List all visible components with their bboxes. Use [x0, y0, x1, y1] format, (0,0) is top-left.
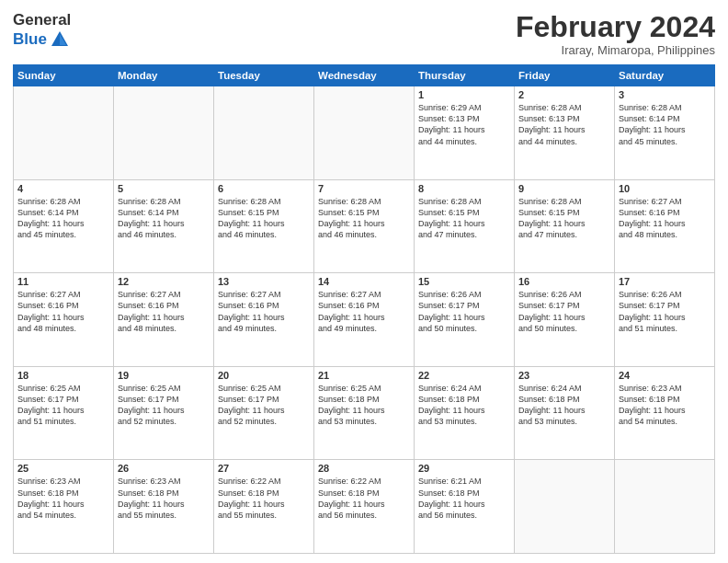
day-info: Sunrise: 6:28 AM Sunset: 6:14 PM Dayligh… — [17, 196, 109, 241]
calendar-cell: 24Sunrise: 6:23 AM Sunset: 6:18 PM Dayli… — [615, 366, 715, 460]
logo-general: General — [13, 11, 71, 29]
day-info: Sunrise: 6:25 AM Sunset: 6:17 PM Dayligh… — [17, 383, 109, 428]
day-info: Sunrise: 6:28 AM Sunset: 6:15 PM Dayligh… — [318, 196, 410, 241]
calendar-cell: 8Sunrise: 6:28 AM Sunset: 6:15 PM Daylig… — [415, 179, 515, 273]
calendar-cell — [14, 86, 114, 180]
day-info: Sunrise: 6:28 AM Sunset: 6:13 PM Dayligh… — [518, 102, 610, 147]
calendar-week-row: 1Sunrise: 6:29 AM Sunset: 6:13 PM Daylig… — [14, 86, 715, 180]
day-number: 15 — [418, 276, 510, 287]
day-number: 21 — [318, 370, 410, 381]
calendar-cell: 20Sunrise: 6:25 AM Sunset: 6:17 PM Dayli… — [214, 366, 314, 460]
weekday-header: Sunday — [14, 65, 114, 86]
calendar-cell: 29Sunrise: 6:21 AM Sunset: 6:18 PM Dayli… — [415, 460, 515, 554]
day-info: Sunrise: 6:23 AM Sunset: 6:18 PM Dayligh… — [619, 383, 711, 428]
day-number: 2 — [518, 89, 610, 100]
day-number: 13 — [218, 276, 310, 287]
day-number: 29 — [418, 463, 510, 474]
day-number: 28 — [318, 463, 410, 474]
day-info: Sunrise: 6:21 AM Sunset: 6:18 PM Dayligh… — [418, 476, 510, 521]
calendar-cell — [515, 460, 615, 554]
day-info: Sunrise: 6:27 AM Sunset: 6:16 PM Dayligh… — [218, 289, 310, 334]
day-number: 23 — [518, 370, 610, 381]
logo: General Blue — [13, 11, 71, 50]
calendar-cell: 6Sunrise: 6:28 AM Sunset: 6:15 PM Daylig… — [214, 179, 314, 273]
calendar-cell: 5Sunrise: 6:28 AM Sunset: 6:14 PM Daylig… — [114, 179, 214, 273]
day-info: Sunrise: 6:22 AM Sunset: 6:18 PM Dayligh… — [318, 476, 410, 521]
day-number: 16 — [518, 276, 610, 287]
calendar-cell: 17Sunrise: 6:26 AM Sunset: 6:17 PM Dayli… — [615, 273, 715, 367]
day-number: 20 — [218, 370, 310, 381]
title-block: February 2024 Iraray, Mimaropa, Philippi… — [516, 11, 715, 57]
page: General Blue February 2024 Iraray, Mimar… — [0, 0, 728, 563]
day-info: Sunrise: 6:23 AM Sunset: 6:18 PM Dayligh… — [118, 476, 210, 521]
weekday-header: Saturday — [615, 65, 715, 86]
calendar-cell — [615, 460, 715, 554]
weekday-header: Tuesday — [214, 65, 314, 86]
header: General Blue February 2024 Iraray, Mimar… — [13, 11, 715, 57]
calendar-cell: 14Sunrise: 6:27 AM Sunset: 6:16 PM Dayli… — [314, 273, 415, 367]
day-info: Sunrise: 6:24 AM Sunset: 6:18 PM Dayligh… — [518, 383, 610, 428]
main-title: February 2024 — [516, 11, 715, 43]
day-number: 18 — [17, 370, 109, 381]
calendar-cell: 12Sunrise: 6:27 AM Sunset: 6:16 PM Dayli… — [114, 273, 214, 367]
day-info: Sunrise: 6:26 AM Sunset: 6:17 PM Dayligh… — [418, 289, 510, 334]
day-info: Sunrise: 6:27 AM Sunset: 6:16 PM Dayligh… — [118, 289, 210, 334]
day-number: 24 — [619, 370, 711, 381]
day-info: Sunrise: 6:22 AM Sunset: 6:18 PM Dayligh… — [218, 476, 310, 521]
weekday-header: Thursday — [415, 65, 515, 86]
calendar-cell: 18Sunrise: 6:25 AM Sunset: 6:17 PM Dayli… — [14, 366, 114, 460]
day-number: 1 — [418, 89, 510, 100]
calendar-week-row: 18Sunrise: 6:25 AM Sunset: 6:17 PM Dayli… — [14, 366, 715, 460]
calendar-cell — [214, 86, 314, 180]
calendar-cell: 23Sunrise: 6:24 AM Sunset: 6:18 PM Dayli… — [515, 366, 615, 460]
day-number: 19 — [118, 370, 210, 381]
day-info: Sunrise: 6:23 AM Sunset: 6:18 PM Dayligh… — [17, 476, 109, 521]
weekday-header: Wednesday — [314, 65, 415, 86]
calendar-cell: 7Sunrise: 6:28 AM Sunset: 6:15 PM Daylig… — [314, 179, 415, 273]
day-info: Sunrise: 6:28 AM Sunset: 6:15 PM Dayligh… — [518, 196, 610, 241]
day-info: Sunrise: 6:27 AM Sunset: 6:16 PM Dayligh… — [318, 289, 410, 334]
calendar-week-row: 11Sunrise: 6:27 AM Sunset: 6:16 PM Dayli… — [14, 273, 715, 367]
day-info: Sunrise: 6:29 AM Sunset: 6:13 PM Dayligh… — [418, 102, 510, 147]
calendar-cell: 1Sunrise: 6:29 AM Sunset: 6:13 PM Daylig… — [415, 86, 515, 180]
calendar-cell: 4Sunrise: 6:28 AM Sunset: 6:14 PM Daylig… — [14, 179, 114, 273]
logo-icon — [50, 29, 70, 50]
day-info: Sunrise: 6:25 AM Sunset: 6:17 PM Dayligh… — [218, 383, 310, 428]
day-number: 6 — [218, 183, 310, 194]
day-number: 8 — [418, 183, 510, 194]
day-info: Sunrise: 6:28 AM Sunset: 6:15 PM Dayligh… — [418, 196, 510, 241]
calendar-cell: 9Sunrise: 6:28 AM Sunset: 6:15 PM Daylig… — [515, 179, 615, 273]
day-info: Sunrise: 6:28 AM Sunset: 6:15 PM Dayligh… — [218, 196, 310, 241]
day-number: 10 — [619, 183, 711, 194]
weekday-header: Friday — [515, 65, 615, 86]
calendar-cell: 2Sunrise: 6:28 AM Sunset: 6:13 PM Daylig… — [515, 86, 615, 180]
calendar-cell: 16Sunrise: 6:26 AM Sunset: 6:17 PM Dayli… — [515, 273, 615, 367]
day-info: Sunrise: 6:25 AM Sunset: 6:18 PM Dayligh… — [318, 383, 410, 428]
calendar-cell: 21Sunrise: 6:25 AM Sunset: 6:18 PM Dayli… — [314, 366, 415, 460]
calendar-cell: 26Sunrise: 6:23 AM Sunset: 6:18 PM Dayli… — [114, 460, 214, 554]
day-number: 4 — [17, 183, 109, 194]
calendar-cell: 13Sunrise: 6:27 AM Sunset: 6:16 PM Dayli… — [214, 273, 314, 367]
day-info: Sunrise: 6:24 AM Sunset: 6:18 PM Dayligh… — [418, 383, 510, 428]
calendar-table: SundayMondayTuesdayWednesdayThursdayFrid… — [13, 64, 715, 554]
day-info: Sunrise: 6:26 AM Sunset: 6:17 PM Dayligh… — [518, 289, 610, 334]
day-info: Sunrise: 6:25 AM Sunset: 6:17 PM Dayligh… — [118, 383, 210, 428]
calendar-cell — [314, 86, 415, 180]
calendar-week-row: 25Sunrise: 6:23 AM Sunset: 6:18 PM Dayli… — [14, 460, 715, 554]
day-number: 9 — [518, 183, 610, 194]
day-number: 27 — [218, 463, 310, 474]
day-number: 22 — [418, 370, 510, 381]
weekday-header: Monday — [114, 65, 214, 86]
calendar-cell: 22Sunrise: 6:24 AM Sunset: 6:18 PM Dayli… — [415, 366, 515, 460]
day-info: Sunrise: 6:28 AM Sunset: 6:14 PM Dayligh… — [118, 196, 210, 241]
calendar-cell: 25Sunrise: 6:23 AM Sunset: 6:18 PM Dayli… — [14, 460, 114, 554]
calendar-cell — [114, 86, 214, 180]
day-info: Sunrise: 6:28 AM Sunset: 6:14 PM Dayligh… — [619, 102, 711, 147]
subtitle: Iraray, Mimaropa, Philippines — [516, 43, 715, 57]
calendar-cell: 15Sunrise: 6:26 AM Sunset: 6:17 PM Dayli… — [415, 273, 515, 367]
calendar-cell: 27Sunrise: 6:22 AM Sunset: 6:18 PM Dayli… — [214, 460, 314, 554]
day-info: Sunrise: 6:27 AM Sunset: 6:16 PM Dayligh… — [619, 196, 711, 241]
logo-blue: Blue — [13, 30, 47, 49]
day-info: Sunrise: 6:26 AM Sunset: 6:17 PM Dayligh… — [619, 289, 711, 334]
day-number: 12 — [118, 276, 210, 287]
